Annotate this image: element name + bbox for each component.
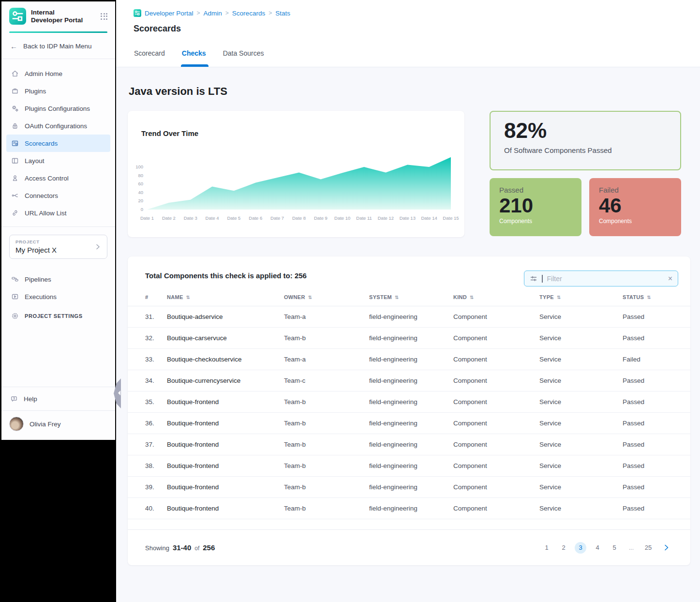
cell-system: field-engineering (369, 413, 453, 434)
cell-kind: Component (453, 477, 539, 498)
project-selector[interactable]: PROJECT My Project X (9, 235, 107, 259)
sidebar-item-connectors[interactable]: Connectors (6, 187, 110, 204)
sidebar-item-scorecards[interactable]: Scorecards (6, 135, 110, 152)
cell-index: 32. (128, 328, 167, 349)
failed-caption: Components (599, 218, 671, 225)
tab-scorecard[interactable]: Scorecard (134, 49, 165, 62)
table-row[interactable]: 38.Boutique-frontendTeam-bfield-engineer… (128, 455, 690, 477)
plugins-icon (11, 87, 19, 95)
sidebar-item-layout[interactable]: Layout (6, 152, 110, 169)
page-button-3[interactable]: 3 (575, 542, 586, 554)
cell-status: Passed (623, 328, 690, 349)
sidebar-item-project-settings[interactable]: PROJECT SETTINGS (6, 307, 110, 325)
column-header-type[interactable]: TYPE⇅ (539, 289, 623, 306)
cell-name: Boutique-carservuce (167, 328, 284, 349)
app-title: Internal Developer Portal (31, 9, 83, 24)
back-to-idp-main-menu[interactable]: ← Back to IDP Main Menu (1, 33, 115, 59)
column-header-kind[interactable]: KIND⇅ (453, 289, 539, 306)
cell-system: field-engineering (369, 349, 453, 370)
cell-status: Passed (623, 391, 690, 413)
table-row[interactable]: 32.Boutique-carservuceTeam-bfield-engine… (128, 328, 690, 349)
cell-name: Boutique-frontend (167, 498, 284, 519)
cell-index: 37. (128, 434, 167, 455)
cell-system: field-engineering (369, 306, 453, 328)
filter-box: × (524, 271, 678, 286)
cell-kind: Component (453, 370, 539, 391)
filter-input[interactable] (547, 275, 664, 283)
table-row[interactable]: 39.Boutique-frontendTeam-bfield-engineer… (128, 477, 690, 498)
check-name-heading: Java version is LTS (129, 85, 227, 98)
back-arrow-icon: ← (10, 42, 17, 50)
percent-passed-card: 82% Of Software Components Passed (490, 111, 681, 170)
breadcrumb-item-developer-portal[interactable]: Developer Portal (145, 10, 194, 17)
filter-sliders-icon (530, 275, 537, 283)
table-row[interactable]: 33.Boutique-checkoutserviceTeam-afield-e… (128, 349, 690, 370)
column-header-status[interactable]: STATUS⇅ (623, 289, 690, 306)
breadcrumb-separator: > (268, 10, 272, 16)
percent-value: 82% (504, 119, 667, 143)
svg-text:Date 8: Date 8 (292, 215, 306, 221)
column-header-name[interactable]: NAME⇅ (167, 289, 284, 306)
breadcrumb-item-stats[interactable]: Stats (275, 10, 290, 17)
components-table-card: Total Components this check is applied t… (128, 256, 690, 565)
help-button[interactable]: Help (1, 387, 115, 410)
column-header-system[interactable]: SYSTEM⇅ (369, 289, 453, 306)
table-row[interactable]: 40.Boutique-frontendTeam-bfield-engineer… (128, 498, 690, 519)
table-row[interactable]: 31.Boutique-adserviceTeam-afield-enginee… (128, 306, 690, 328)
sidebar-item-admin-home[interactable]: Admin Home (6, 65, 110, 82)
sidebar-item-plugins-configurations[interactable]: Plugins Configurations (6, 100, 110, 117)
column-header-owner[interactable]: OWNER⇅ (284, 289, 369, 306)
tab-checks[interactable]: Checks (182, 49, 206, 62)
passed-label: Passed (499, 186, 572, 194)
page-title: Scorecards (134, 24, 181, 34)
clear-filter-icon[interactable]: × (668, 275, 672, 283)
column-header-: # (128, 289, 167, 306)
page-button-4[interactable]: 4 (592, 542, 603, 554)
sort-icon: ⇅ (647, 295, 651, 300)
cell-owner: Team-b (284, 455, 369, 477)
svg-text:Date 1: Date 1 (140, 215, 154, 221)
sidebar-item-executions[interactable]: Executions (6, 288, 110, 305)
svg-text:20: 20 (138, 198, 143, 203)
user-menu[interactable]: Olivia Frey (1, 410, 115, 440)
table-row[interactable]: 34.Boutique-currencyserviceTeam-cfield-e… (128, 370, 690, 391)
svg-text:Date 9: Date 9 (314, 215, 328, 221)
svg-text:Date 7: Date 7 (270, 215, 284, 221)
breadcrumb: Developer Portal>Admin>Scorecards>Stats (134, 9, 290, 17)
table-row[interactable]: 37.Boutique-frontendTeam-bfield-engineer… (128, 434, 690, 455)
sidebar-nav: Admin HomePluginsPlugins ConfigurationsO… (1, 59, 115, 224)
cell-type: Service (539, 498, 623, 519)
project-label: PROJECT (15, 239, 101, 244)
page-button-1[interactable]: 1 (541, 542, 552, 554)
scorecards-icon (11, 139, 19, 147)
cell-owner: Team-a (284, 349, 369, 370)
sidebar-item-url-allow-list[interactable]: URL Allow List (6, 204, 110, 222)
cell-owner: Team-b (284, 434, 369, 455)
table-footer: Showing 31-40 of 256 12345...25 (128, 529, 690, 565)
table-row[interactable]: 36.Boutique-frontendTeam-bfield-engineer… (128, 413, 690, 434)
cell-status: Passed (623, 413, 690, 434)
page-button-25[interactable]: 25 (642, 542, 654, 554)
sidebar-item-oauth-configurations[interactable]: OAuth Configurations (6, 117, 110, 135)
text-cursor (542, 275, 543, 283)
failed-card: Failed 46 Components (589, 178, 681, 236)
sidebar-item-pipelines[interactable]: Pipelines (6, 271, 110, 288)
cell-type: Service (539, 455, 623, 477)
cell-system: field-engineering (369, 434, 453, 455)
next-page-button[interactable] (661, 543, 671, 553)
active-tab-indicator (181, 64, 209, 67)
app-grid-icon[interactable] (100, 12, 108, 21)
breadcrumb-item-admin[interactable]: Admin (204, 10, 222, 17)
sidebar-item-access-control[interactable]: Access Control (6, 169, 110, 187)
page-button-2[interactable]: 2 (558, 542, 569, 554)
cell-name: Boutique-frontend (167, 477, 284, 498)
sidebar-item-plugins[interactable]: Plugins (6, 82, 110, 100)
trend-card: Trend Over Time 020406080100Date 1Date 2… (128, 111, 464, 237)
breadcrumb-item-scorecards[interactable]: Scorecards (232, 10, 265, 17)
page-button-5[interactable]: 5 (609, 542, 620, 554)
cell-system: field-engineering (369, 370, 453, 391)
table-row[interactable]: 35.Boutique-frontendTeam-bfield-engineer… (128, 391, 690, 413)
stats-column: 82% Of Software Components Passed Passed… (490, 111, 681, 236)
tab-data-sources[interactable]: Data Sources (223, 49, 264, 62)
user-name: Olivia Frey (30, 421, 61, 428)
